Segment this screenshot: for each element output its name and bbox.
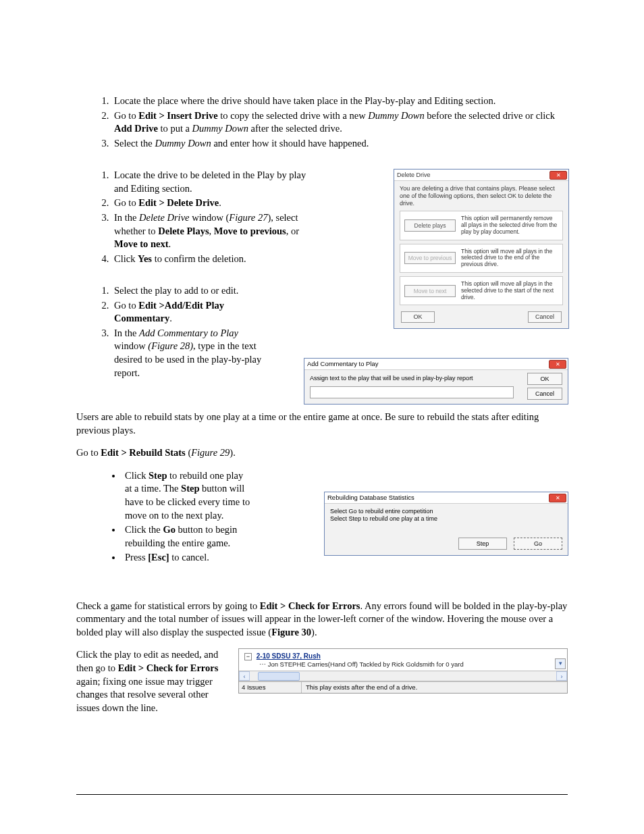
- list-item: In the Delete Drive window (Figure 27), …: [111, 211, 319, 251]
- delete-plays-desc: This option will permanently remove all …: [461, 215, 558, 235]
- dialog-intro: You are deleting a drive that contains p…: [400, 185, 563, 207]
- rebuild-msg: Select Go to rebuild entire competition …: [330, 508, 562, 523]
- rebuild-bullets: Click Step to rebuild one play at a time…: [76, 469, 252, 565]
- list-item: Go to Edit > Insert Drive to copy the se…: [111, 109, 568, 136]
- delete-drive-steps: Locate the drive to be deleted in the Pl…: [76, 169, 319, 265]
- list-item: Locate the place where the drive should …: [111, 95, 568, 108]
- move-next-desc: This option will move all plays in the s…: [461, 281, 558, 301]
- scroll-thumb[interactable]: [258, 672, 300, 681]
- list-item: Click Yes to confirm the deletion.: [111, 253, 319, 266]
- error-check-panel: − 2-10 SDSU 37, Rush ⋯ Jon STEPHE Carrie…: [238, 648, 568, 693]
- dialog-title: Delete Drive: [397, 172, 431, 178]
- errors-para-2: Click the play to edit as needed, and th…: [76, 648, 226, 714]
- close-icon[interactable]: ✕: [549, 171, 567, 180]
- dialog-titlebar: Add Commentary to Play ✕: [304, 359, 568, 370]
- close-icon[interactable]: ✕: [549, 494, 566, 502]
- rebuild-stats-dialog: Rebuilding Database Statistics ✕ Select …: [324, 492, 568, 556]
- rebuild-intro: Users are able to rebuild stats by one p…: [76, 411, 568, 437]
- delete-plays-button[interactable]: Delete plays: [404, 219, 456, 232]
- list-item: Click the Go button to begin rebuilding …: [122, 523, 252, 550]
- commentary-input[interactable]: [310, 386, 514, 398]
- close-icon[interactable]: ✕: [549, 360, 566, 369]
- scroll-down-icon[interactable]: ▾: [555, 658, 566, 669]
- assign-text-label: Assign text to the play that will be use…: [310, 374, 562, 382]
- list-item: In the Add Commentary to Play window (Fi…: [111, 327, 267, 380]
- step-button[interactable]: Step: [458, 538, 507, 550]
- ok-button[interactable]: OK: [527, 373, 562, 385]
- list-item: Select the Dummy Down and enter how it s…: [111, 137, 568, 151]
- list-item: Press [Esc] to cancel.: [122, 551, 252, 565]
- dialog-title: Rebuilding Database Statistics: [327, 494, 414, 501]
- rebuild-lead: Go to Edit > Rebuild Stats (Figure 29).: [76, 446, 568, 460]
- collapse-icon[interactable]: −: [244, 653, 252, 660]
- cancel-button[interactable]: Cancel: [528, 311, 562, 323]
- list-item: Click Step to rebuild one play at a time…: [122, 469, 252, 522]
- play-tree-link[interactable]: 2-10 SDSU 37, Rush: [257, 652, 321, 660]
- move-next-button[interactable]: Move to next: [404, 285, 456, 297]
- dialog-titlebar: Delete Drive ✕: [394, 170, 568, 181]
- move-previous-desc: This option will move all plays in the s…: [461, 249, 558, 268]
- issue-message: This play exists after the end of a driv…: [302, 682, 417, 693]
- add-commentary-steps: Select the play to add to or edit.Go to …: [76, 284, 267, 380]
- delete-drive-dialog: Delete Drive ✕ You are deleting a drive …: [394, 169, 569, 329]
- cancel-button[interactable]: Cancel: [527, 388, 562, 400]
- go-button[interactable]: Go: [514, 538, 562, 550]
- insert-drive-steps: Locate the place where the drive should …: [76, 95, 568, 150]
- play-tree-detail: ⋯ Jon STEPHE Carries(Hand Off) Tackled b…: [259, 660, 564, 669]
- list-item: Locate the drive to be deleted in the Pl…: [111, 169, 319, 195]
- move-previous-button[interactable]: Move to previous: [404, 252, 456, 264]
- list-item: Go to Edit > Delete Drive.: [111, 197, 319, 210]
- issue-count: 4 Issues: [239, 682, 302, 693]
- scroll-right-icon[interactable]: ›: [556, 671, 567, 681]
- list-item: Go to Edit >Add/Edit Play Commentary.: [111, 299, 267, 325]
- errors-para-1: Check a game for statistical errors by g…: [76, 600, 568, 640]
- list-item: Select the play to add to or edit.: [111, 284, 267, 298]
- scroll-left-icon[interactable]: ‹: [239, 671, 250, 681]
- ok-button[interactable]: OK: [401, 311, 435, 323]
- dialog-title: Add Commentary to Play: [307, 360, 379, 367]
- scrollbar[interactable]: ‹ ›: [239, 671, 567, 681]
- add-commentary-dialog: Add Commentary to Play ✕ Assign text to …: [304, 358, 568, 405]
- dialog-titlebar: Rebuilding Database Statistics ✕: [325, 492, 568, 504]
